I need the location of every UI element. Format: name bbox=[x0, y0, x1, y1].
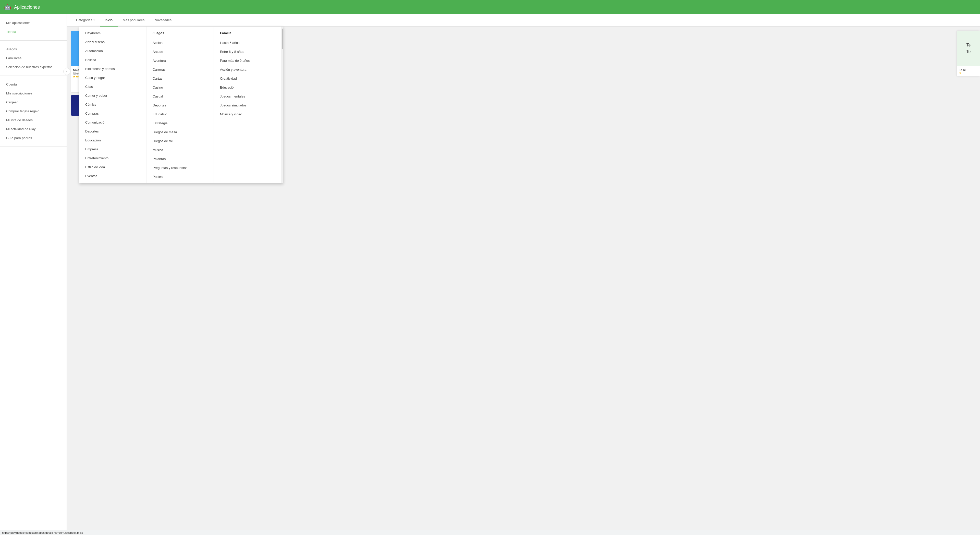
chevron-down-icon: ▾ bbox=[94, 19, 95, 21]
sidebar-item-canjear[interactable]: Canjear bbox=[0, 98, 67, 107]
dropdown-item-6a8[interactable]: Entre 6 y 8 años bbox=[214, 47, 281, 56]
dropdown-item-eventos[interactable]: Eventos bbox=[79, 172, 146, 180]
dropdown-item-juegos-mentales[interactable]: Juegos mentales bbox=[214, 92, 281, 101]
dropdown-item-entretenimiento[interactable]: Entretenimiento bbox=[79, 154, 146, 162]
dropdown-item-cartas[interactable]: Cartas bbox=[146, 74, 213, 83]
dropdown-item-puzles[interactable]: Puzles bbox=[146, 172, 213, 181]
dropdown-item-citas[interactable]: Citas bbox=[79, 82, 146, 91]
dropdown-item-casino[interactable]: Casino bbox=[146, 83, 213, 92]
sidebar-item-cuenta[interactable]: Cuenta bbox=[0, 80, 67, 89]
dropdown-item-comics[interactable]: Cómics bbox=[79, 100, 146, 109]
dropdown-item-educacion[interactable]: Educación bbox=[79, 136, 146, 145]
nav-categories[interactable]: Categorías ▾ bbox=[71, 14, 100, 27]
dropdown-item-comunicacion[interactable]: Comunicación bbox=[79, 118, 146, 127]
categories-label: Categorías bbox=[76, 18, 92, 22]
dropdown-item-bibliotecas[interactable]: Bibliotecas y demos bbox=[79, 64, 146, 73]
dropdown-item-daydream[interactable]: Daydream bbox=[79, 29, 146, 38]
sidebar-collapse-button[interactable]: ‹ bbox=[63, 68, 70, 75]
sidebar-section-browse: Juegos Familiares Selección de nuestros … bbox=[0, 41, 67, 76]
dropdown-item-musica-video[interactable]: Música y vídeo bbox=[214, 110, 281, 119]
categories-dropdown[interactable]: Daydream Arte y diseño Automoción Bellez… bbox=[79, 27, 283, 183]
dropdown-item-musica[interactable]: Música bbox=[146, 145, 213, 154]
dropdown-item-belleza[interactable]: Belleza bbox=[79, 56, 146, 64]
dropdown-item-arte[interactable]: Arte y diseño bbox=[79, 38, 146, 46]
dropdown-item-juegos-rol[interactable]: Juegos de rol bbox=[146, 137, 213, 145]
dropdown-item-casual[interactable]: Casual bbox=[146, 92, 213, 101]
dropdown-item-estilo[interactable]: Estilo de vida bbox=[79, 162, 146, 172]
sidebar-item-tienda[interactable]: Tienda bbox=[0, 27, 67, 36]
dropdown-item-juegos-simulados[interactable]: Juegos simulados bbox=[214, 101, 281, 110]
sidebar-item-familiares[interactable]: Familiares bbox=[0, 54, 67, 62]
sidebar-item-guia-padres[interactable]: Guía para padres bbox=[0, 134, 67, 142]
dropdown-item-accion-aventura[interactable]: Acción y aventura bbox=[214, 65, 281, 74]
dropdown-item-accion[interactable]: Acción bbox=[146, 38, 213, 47]
dropdown-item-empresa[interactable]: Empresa bbox=[79, 145, 146, 154]
nav-novedades[interactable]: Novedades bbox=[150, 14, 177, 27]
scrollbar-thumb[interactable] bbox=[282, 29, 283, 49]
dropdown-item-deportes-juegos[interactable]: Deportes bbox=[146, 101, 213, 110]
familia-section-title: Familia bbox=[214, 29, 281, 36]
dropdown-item-aventura[interactable]: Aventura bbox=[146, 56, 213, 65]
sidebar-item-actividad[interactable]: Mi actividad de Play bbox=[0, 124, 67, 134]
sidebar-item-seleccion[interactable]: Selección de nuestros expertos bbox=[0, 62, 67, 72]
sidebar-item-comprar-tarjeta[interactable]: Comprar tarjeta regalo bbox=[0, 107, 67, 116]
dropdown-item-educativo[interactable]: Educativo bbox=[146, 110, 213, 119]
dropdown-col-juegos: Juegos Acción Arcade Aventura Carreras C… bbox=[146, 27, 214, 183]
sidebar-section-account: Cuenta Mis suscripciones Canjear Comprar… bbox=[0, 76, 67, 147]
juegos-section-title: Juegos bbox=[146, 29, 213, 36]
dropdown-item-automocion[interactable]: Automoción bbox=[79, 46, 146, 56]
app-title: Aplicaciones bbox=[14, 5, 40, 10]
dropdown-item-preguntas[interactable]: Preguntas y respuestas bbox=[146, 163, 213, 172]
juegos-divider bbox=[146, 37, 213, 37]
dropdown-item-deportes[interactable]: Deportes bbox=[79, 127, 146, 136]
dropdown-item-estrategia[interactable]: Estrategia bbox=[146, 119, 213, 127]
dropdown-item-compras[interactable]: Compras bbox=[79, 109, 146, 118]
sidebar: Mis aplicaciones Tienda Juegos Familiare… bbox=[0, 14, 67, 210]
dropdown-col-general: Daydream Arte y diseño Automoción Bellez… bbox=[79, 27, 146, 183]
top-bar: 🤖 Aplicaciones bbox=[0, 0, 386, 14]
dropdown-item-palabras[interactable]: Palabras bbox=[146, 154, 213, 163]
dropdown-item-arcade[interactable]: Arcade bbox=[146, 47, 213, 56]
dropdown-item-creatividad[interactable]: Creatividad bbox=[214, 74, 281, 83]
dropdown-item-comer[interactable]: Comer y beber bbox=[79, 91, 146, 100]
sidebar-item-lista-deseos[interactable]: Mi lista de deseos bbox=[0, 116, 67, 124]
familia-divider bbox=[214, 37, 281, 37]
dropdown-item-educacion-familia[interactable]: Educación bbox=[214, 83, 281, 92]
sidebar-item-juegos[interactable]: Juegos bbox=[0, 45, 67, 54]
dropdown-item-carreras[interactable]: Carreras bbox=[146, 65, 213, 74]
nav-mas-populares[interactable]: Más populares bbox=[118, 14, 150, 27]
scrollbar-track[interactable] bbox=[281, 27, 283, 183]
dropdown-item-mas9[interactable]: Para más de 9 años bbox=[214, 56, 281, 65]
sidebar-item-mis-aplicaciones[interactable]: Mis aplicaciones bbox=[0, 18, 67, 27]
dropdown-item-hasta5[interactable]: Hasta 5 años bbox=[214, 38, 281, 47]
nav-bar: Categorías ▾ Inicio Más populares Noveda… bbox=[67, 14, 386, 27]
dropdown-inner: Daydream Arte y diseño Automoción Bellez… bbox=[79, 27, 283, 183]
sidebar-section-main: Mis aplicaciones Tienda bbox=[0, 14, 67, 41]
sidebar-item-mis-suscripciones[interactable]: Mis suscripciones bbox=[0, 89, 67, 98]
dropdown-item-casa[interactable]: Casa y hogar bbox=[79, 73, 146, 82]
android-icon: 🤖 bbox=[4, 4, 11, 11]
dropdown-col-familia: Familia Hasta 5 años Entre 6 y 8 años Pa… bbox=[214, 27, 281, 183]
dropdown-item-juegos-mesa[interactable]: Juegos de mesa bbox=[146, 127, 213, 137]
nav-inicio[interactable]: Inicio bbox=[100, 14, 118, 27]
